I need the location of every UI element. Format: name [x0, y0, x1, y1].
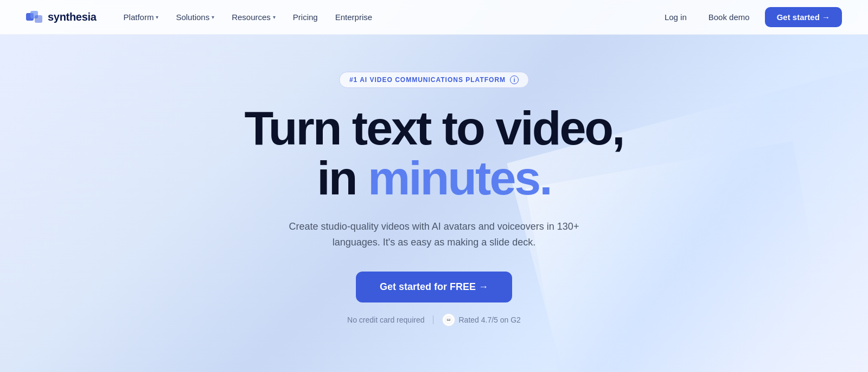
chevron-down-icon: ▾: [212, 14, 214, 20]
nav-item-resources[interactable]: Resources ▾: [224, 8, 283, 26]
no-credit-card-text: No credit card required: [347, 316, 424, 324]
chevron-down-icon: ▾: [273, 14, 276, 20]
navbar-left: synthesia Platform ▾ Solutions ▾ Resourc…: [26, 8, 380, 26]
info-icon[interactable]: i: [510, 75, 519, 84]
hero-badge: #1 AI VIDEO COMMUNICATIONS PLATFORM i: [339, 72, 529, 88]
logo[interactable]: synthesia: [26, 11, 97, 24]
login-link[interactable]: Log in: [658, 8, 693, 26]
navbar-right: Log in Book demo Get started →: [658, 7, 842, 27]
hero-cta-button[interactable]: Get started for FREE →: [356, 272, 512, 302]
g2-badge: G2 Rated 4.7/5 on G2: [442, 313, 520, 326]
nav-item-pricing[interactable]: Pricing: [285, 8, 326, 26]
badge-text: #1 AI VIDEO COMMUNICATIONS PLATFORM: [349, 76, 506, 84]
svg-rect-2: [35, 15, 42, 23]
nav-item-solutions[interactable]: Solutions ▾: [168, 8, 222, 26]
divider: [433, 316, 433, 324]
book-demo-link[interactable]: Book demo: [702, 8, 756, 26]
hero-footer-note: No credit card required G2 Rated 4.7/5 o…: [347, 313, 521, 326]
hero-title-line1: Turn text to video,: [244, 103, 623, 153]
nav-item-platform[interactable]: Platform ▾: [116, 8, 167, 26]
nav-links: Platform ▾ Solutions ▾ Resources ▾ Prici…: [116, 8, 380, 26]
logo-icon: [26, 11, 43, 24]
hero-title-line2: in minutes.: [317, 153, 551, 203]
hero-title-highlight: minutes.: [368, 151, 551, 205]
nav-item-enterprise[interactable]: Enterprise: [328, 8, 380, 26]
get-started-button[interactable]: Get started →: [765, 7, 842, 27]
g2-rating-text: Rated 4.7/5 on G2: [458, 316, 520, 324]
chevron-down-icon: ▾: [156, 14, 158, 20]
hero-subtitle: Create studio-quality videos with AI ava…: [271, 219, 597, 250]
navbar: synthesia Platform ▾ Solutions ▾ Resourc…: [0, 0, 868, 35]
svg-text:G2: G2: [447, 319, 451, 322]
g2-icon: G2: [442, 313, 455, 326]
logo-text: synthesia: [48, 11, 97, 23]
hero-section: #1 AI VIDEO COMMUNICATIONS PLATFORM i Tu…: [0, 35, 868, 326]
page-wrapper: synthesia Platform ▾ Solutions ▾ Resourc…: [0, 0, 868, 372]
